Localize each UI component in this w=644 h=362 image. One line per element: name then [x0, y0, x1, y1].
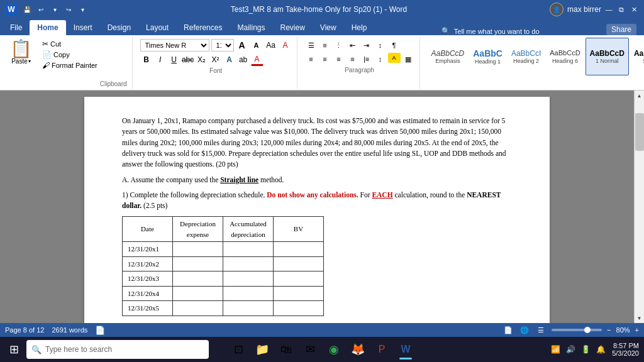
tab-file[interactable]: File: [3, 20, 30, 35]
chrome-btn[interactable]: ◉: [323, 338, 345, 361]
bv-cell-2[interactable]: [274, 256, 324, 272]
subscript-button[interactable]: X₂: [196, 53, 208, 66]
superscript-button[interactable]: X²: [209, 53, 222, 66]
zoom-thumb[interactable]: [584, 327, 591, 333]
line-spacing-btn[interactable]: ↕: [374, 53, 387, 65]
mail-btn[interactable]: ✉: [299, 338, 321, 361]
style-heading1[interactable]: AaBbC Heading 1: [469, 38, 506, 75]
clock[interactable]: 8:57 PM 5/3/2020: [609, 342, 641, 357]
italic-button[interactable]: I: [154, 53, 167, 66]
wifi-icon[interactable]: 📶: [549, 343, 562, 356]
bv-cell-4[interactable]: [274, 286, 324, 301]
acc-dep-cell-4[interactable]: [223, 286, 274, 301]
style-emphasis[interactable]: AaBbCcD Emphasis: [428, 38, 469, 75]
paste-button[interactable]: 📋 Paste ▾: [5, 39, 37, 66]
font-family-select[interactable]: Times New R: [140, 39, 209, 52]
powerpoint-btn[interactable]: P: [370, 338, 393, 361]
zoom-plus[interactable]: +: [635, 326, 639, 334]
style-normal[interactable]: AaBbCcD 1 Normal: [586, 38, 629, 75]
text-highlight-btn[interactable]: ab: [237, 53, 250, 66]
style-strong[interactable]: AaBbCcD Strong: [630, 38, 644, 75]
qa-more[interactable]: ▾: [77, 4, 88, 15]
column-break-btn[interactable]: |≡: [360, 53, 373, 65]
show-hide-btn[interactable]: ¶: [388, 39, 401, 52]
task-view-btn[interactable]: ⊡: [227, 338, 250, 361]
tab-references[interactable]: References: [176, 20, 230, 35]
minimize-btn[interactable]: —: [604, 4, 614, 14]
strikethrough-button[interactable]: abc: [182, 53, 194, 66]
tab-home[interactable]: Home: [30, 20, 65, 35]
bv-cell-5[interactable]: [274, 301, 324, 316]
tab-view[interactable]: View: [313, 20, 344, 35]
underline-button[interactable]: U: [168, 53, 180, 66]
notification-icon[interactable]: 🔔: [594, 343, 607, 356]
text-effects-btn[interactable]: A: [223, 53, 236, 66]
file-explorer-btn[interactable]: 📁: [251, 338, 274, 361]
increase-font-btn[interactable]: A: [236, 39, 248, 52]
restore-btn[interactable]: ⧉: [616, 4, 626, 14]
dep-exp-cell-4[interactable]: [173, 286, 223, 301]
bold-button[interactable]: B: [140, 53, 153, 66]
battery-icon[interactable]: 🔋: [579, 343, 592, 356]
document-page[interactable]: On January 1, 20x1, Ramapo company purch…: [84, 97, 550, 323]
dep-exp-cell-5[interactable]: [173, 301, 223, 316]
scroll-up-btn[interactable]: ▲: [635, 90, 645, 101]
sort-btn[interactable]: ↕: [374, 39, 387, 52]
scroll-down-btn[interactable]: ▼: [635, 313, 645, 323]
volume-icon[interactable]: 🔊: [564, 343, 577, 356]
save-quick-btn[interactable]: 💾: [21, 4, 33, 15]
dep-exp-cell-1[interactable]: [173, 242, 223, 257]
acc-dep-cell-1[interactable]: [223, 242, 274, 257]
increase-indent-btn[interactable]: ⇥: [360, 39, 373, 52]
share-btn[interactable]: Share: [606, 24, 636, 35]
word-taskbar-btn[interactable]: W: [394, 338, 417, 361]
redo-btn[interactable]: ↪: [63, 4, 74, 15]
web-layout-btn[interactable]: 🌐: [519, 324, 530, 336]
zoom-slider[interactable]: [552, 329, 602, 331]
store-btn[interactable]: 🛍: [275, 338, 297, 361]
borders-btn[interactable]: ▦: [402, 53, 414, 65]
undo-dropdown[interactable]: ▾: [49, 4, 60, 15]
bv-cell-1[interactable]: [274, 242, 324, 257]
clear-format-btn[interactable]: A: [279, 39, 292, 52]
zoom-minus[interactable]: −: [607, 326, 611, 334]
paste-dropdown[interactable]: ▾: [28, 58, 31, 64]
font-size-select[interactable]: 11: [211, 39, 234, 52]
print-layout-btn[interactable]: 📄: [502, 324, 514, 336]
change-case-btn[interactable]: Aa: [265, 39, 277, 52]
tab-mailings[interactable]: Mailings: [230, 20, 272, 35]
decrease-font-btn[interactable]: A: [250, 39, 263, 52]
tab-layout[interactable]: Layout: [138, 20, 176, 35]
vertical-scrollbar[interactable]: ▲ ▼: [634, 90, 644, 323]
acc-dep-cell-5[interactable]: [223, 301, 274, 316]
tab-insert[interactable]: Insert: [66, 20, 100, 35]
bv-cell-3[interactable]: [274, 272, 324, 287]
style-heading2[interactable]: AaBbCcI Heading 2: [508, 38, 545, 75]
shading-btn[interactable]: A: [388, 53, 401, 63]
tab-help[interactable]: Help: [344, 20, 375, 35]
numbering-btn[interactable]: ≡: [319, 39, 331, 52]
bullets-btn[interactable]: ☰: [305, 39, 318, 52]
tell-me-input[interactable]: Tell me what you want to do: [454, 28, 540, 35]
multilevel-btn[interactable]: ⋮: [333, 39, 345, 52]
scrollbar-thumb[interactable]: [635, 113, 644, 151]
acc-dep-cell-2[interactable]: [223, 256, 274, 272]
decrease-indent-btn[interactable]: ⇤: [347, 39, 359, 52]
font-color-btn[interactable]: A: [251, 53, 264, 66]
scrollbar-track[interactable]: [635, 101, 644, 313]
style-heading6[interactable]: AaBbCcD Heading 6: [546, 38, 584, 75]
start-button[interactable]: ⊞: [3, 338, 25, 361]
acc-dep-cell-3[interactable]: [223, 272, 274, 287]
undo-btn[interactable]: ↩: [35, 4, 47, 15]
format-painter-button[interactable]: 🖌 Format Painter: [40, 60, 100, 70]
tab-design[interactable]: Design: [100, 20, 138, 35]
align-right-btn[interactable]: ≡: [333, 53, 345, 65]
close-btn[interactable]: ✕: [629, 4, 639, 14]
taskbar-search-box[interactable]: 🔍 Type here to search: [26, 340, 209, 359]
dep-exp-cell-2[interactable]: [173, 256, 223, 272]
firefox-btn[interactable]: 🦊: [347, 338, 369, 361]
dep-exp-cell-3[interactable]: [173, 272, 223, 287]
align-center-btn[interactable]: ≡: [319, 53, 331, 65]
tab-review[interactable]: Review: [272, 20, 312, 35]
copy-button[interactable]: 📄 Copy: [40, 50, 100, 60]
